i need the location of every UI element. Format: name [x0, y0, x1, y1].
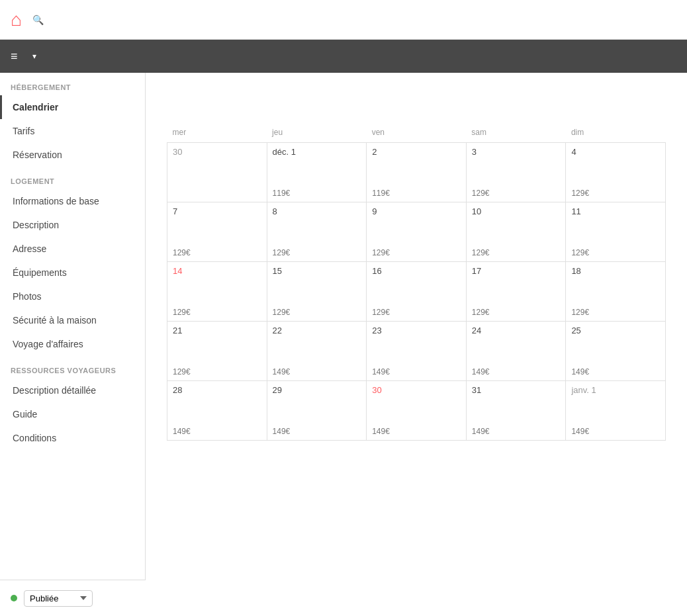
calendar-weekday-jeu: jeu [267, 125, 367, 143]
cell-price: 129€ [173, 367, 261, 376]
cell-date: 30 [372, 385, 461, 395]
calendar-week-row: 7129€8129€9129€10129€11129€ [167, 202, 666, 262]
cell-date: 31 [472, 385, 561, 395]
calendar-cell[interactable]: 28149€ [167, 381, 267, 441]
cell-date: 18 [571, 266, 660, 276]
calendar-cell[interactable]: 4129€ [566, 143, 666, 202]
main-content: merjeuvensamdim 30déc. 1119€2119€3129€41… [146, 73, 687, 616]
cell-date: janv. 1 [571, 385, 660, 395]
sidebar-item-photos[interactable]: Photos [0, 285, 145, 308]
calendar-cell[interactable]: 29149€ [267, 381, 367, 441]
cell-date: 10 [472, 206, 561, 216]
cell-price: 129€ [472, 248, 561, 257]
cell-date: 23 [372, 326, 461, 335]
sidebar-item-equipements[interactable]: Équipements [0, 261, 145, 285]
cell-price: 149€ [472, 427, 561, 436]
calendar-title [167, 89, 171, 109]
calendar-cell[interactable]: 23149€ [367, 322, 467, 381]
cell-price: 129€ [372, 248, 461, 257]
calendar-week-row: 30déc. 1119€2119€3129€4129€ [167, 143, 666, 202]
cell-price: 149€ [372, 427, 461, 436]
sidebar-item-reservation[interactable]: Réservation [0, 143, 145, 167]
sidebar-item-conditions[interactable]: Conditions [0, 426, 145, 450]
cell-date: 11 [571, 206, 660, 216]
cell-date: 9 [372, 206, 461, 216]
cell-price: 149€ [273, 427, 361, 436]
hamburger-icon[interactable]: ≡ [11, 50, 18, 64]
status-select[interactable]: Publiée Non publiée [24, 590, 93, 607]
cell-date: 15 [273, 266, 361, 276]
cell-date: 14 [173, 266, 261, 276]
calendar-weekday-mer: mer [167, 125, 267, 143]
calendar-cell[interactable]: 3129€ [466, 143, 566, 202]
calendar-cell[interactable]: 25149€ [566, 322, 666, 381]
search-bar[interactable]: 🔍 [32, 15, 49, 25]
sidebar-item-description-detaillee[interactable]: Description détaillée [0, 378, 145, 402]
cell-price: 129€ [571, 248, 660, 257]
calendar-cell[interactable]: janv. 1149€ [566, 381, 666, 441]
sidebar-item-calendrier[interactable]: Calendrier [0, 95, 145, 119]
cell-price: 149€ [173, 427, 261, 436]
calendar-cell[interactable]: 17129€ [466, 262, 566, 322]
sidebar-item-adresse[interactable]: Adresse [0, 237, 145, 261]
cell-price: 149€ [372, 367, 461, 376]
calendar-cell[interactable]: 8129€ [267, 202, 367, 262]
calendar-cell[interactable]: 30 [167, 143, 267, 202]
calendar-week-row: 14129€15129€16129€17129€18129€ [167, 262, 666, 322]
calendar-header [167, 89, 666, 109]
sidebar-section-label-hébergement: Hébergement [0, 73, 145, 95]
sidebar-status-bar: Publiée Non publiée [0, 580, 146, 616]
sidebar-section-label-ressources-voyageurs: Ressources voyageurs [0, 356, 145, 378]
calendar-cell[interactable]: déc. 1119€ [267, 143, 367, 202]
cell-price: 129€ [571, 308, 660, 317]
calendar-weekday-ven: ven [367, 125, 467, 143]
sidebar-item-guide[interactable]: Guide [0, 402, 145, 426]
calendar-cell[interactable]: 11129€ [566, 202, 666, 262]
sidebar-item-tarifs[interactable]: Tarifs [0, 119, 145, 143]
calendar-cell[interactable]: 30149€ [367, 381, 467, 441]
sidebar-section-label-logement: Logement [0, 167, 145, 189]
top-nav: ⌂ 🔍 [0, 0, 687, 40]
cell-price: 129€ [472, 308, 561, 317]
cell-date: 22 [273, 326, 361, 335]
calendar-cell[interactable]: 31149€ [466, 381, 566, 441]
cell-date: 4 [571, 147, 660, 157]
calendar-cell[interactable]: 7129€ [167, 202, 267, 262]
cell-date: 21 [173, 326, 261, 335]
cell-date: 30 [173, 147, 261, 157]
calendar-cell[interactable]: 2119€ [367, 143, 467, 202]
calendar-cell[interactable]: 16129€ [367, 262, 467, 322]
cell-price: 129€ [273, 248, 361, 257]
calendar-cell[interactable]: 21129€ [167, 322, 267, 381]
cell-date: 2 [372, 147, 461, 157]
cell-date: 28 [173, 385, 261, 395]
main-layout: HébergementCalendrierTarifsRéservationLo… [0, 73, 687, 616]
calendar-cell[interactable]: 18129€ [566, 262, 666, 322]
chevron-down-icon[interactable]: ▾ [32, 52, 36, 61]
calendar-cell[interactable]: 24149€ [466, 322, 566, 381]
cell-date: 3 [472, 147, 561, 157]
calendar-cell[interactable]: 15129€ [267, 262, 367, 322]
cell-date: 25 [571, 326, 660, 335]
calendar-week-row: 21129€22149€23149€24149€25149€ [167, 322, 666, 381]
cell-price: 129€ [372, 308, 461, 317]
calendar-cell[interactable]: 10129€ [466, 202, 566, 262]
sidebar-item-informations-de-base[interactable]: Informations de base [0, 189, 145, 213]
cell-price: 129€ [472, 189, 561, 198]
cell-price: 149€ [571, 367, 660, 376]
sidebar-item-securite[interactable]: Sécurité à la maison [0, 308, 145, 332]
calendar-cell[interactable]: 14129€ [167, 262, 267, 322]
cell-price: 129€ [273, 308, 361, 317]
cell-date: 8 [273, 206, 361, 216]
cell-date: 24 [472, 326, 561, 335]
calendar-weekday-dim: dim [566, 125, 666, 143]
cell-date: 7 [173, 206, 261, 216]
sub-header: ≡ ▾ [0, 40, 687, 73]
cell-price: 119€ [372, 189, 461, 198]
calendar-cell[interactable]: 22149€ [267, 322, 367, 381]
calendar-cell[interactable]: 9129€ [367, 202, 467, 262]
sidebar-item-voyage[interactable]: Voyage d'affaires [0, 332, 145, 356]
cell-date: déc. 1 [273, 147, 361, 157]
cell-price: 149€ [472, 367, 561, 376]
sidebar-item-description[interactable]: Description [0, 213, 145, 237]
